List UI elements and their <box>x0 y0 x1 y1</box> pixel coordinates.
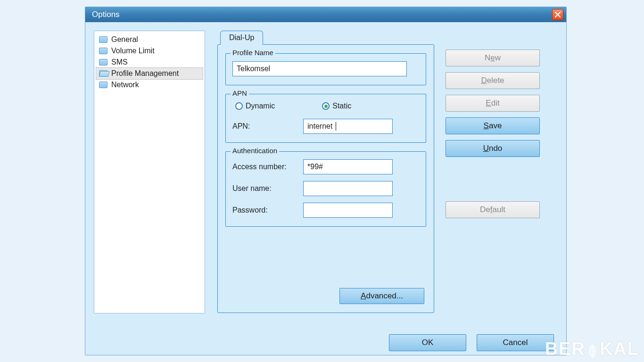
folder-icon <box>99 48 107 54</box>
nav-item-label: Network <box>111 81 139 89</box>
nav-item-label: General <box>111 35 138 44</box>
folder-icon <box>99 59 107 66</box>
legend-authentication: Authentication <box>231 147 279 155</box>
group-apn: APN Dynamic Static AP <box>225 94 426 143</box>
group-profile-name: Profile Name <box>225 53 426 85</box>
legend-profile-name: Profile Name <box>231 49 275 57</box>
radio-static[interactable]: Static <box>322 102 351 110</box>
nav-item-label: SMS <box>111 58 128 66</box>
password-input[interactable] <box>303 203 393 218</box>
legend-apn: APN <box>231 89 249 97</box>
folder-icon <box>99 82 107 88</box>
window-title: Options <box>92 10 120 19</box>
edit-button[interactable]: Edit <box>446 95 540 112</box>
user-name-input[interactable] <box>303 181 393 196</box>
ok-button[interactable]: OK <box>389 334 466 351</box>
titlebar: Options <box>85 7 566 22</box>
options-dialog: Options General Volume Limit SMS Profile… <box>85 7 567 355</box>
tab-dial-up[interactable]: Dial-Up <box>220 31 263 45</box>
radio-dynamic[interactable]: Dynamic <box>235 102 275 110</box>
group-authentication: Authentication Access number: User name:… <box>225 151 426 227</box>
radio-label: Static <box>332 102 351 110</box>
access-number-input[interactable] <box>303 159 393 174</box>
nav-item-label: Profile Management <box>111 69 179 78</box>
advanced-button[interactable]: Advanced... <box>339 288 424 304</box>
access-number-label: Access number: <box>232 163 303 171</box>
tab-label: Dial-Up <box>229 33 254 42</box>
save-button[interactable]: Save <box>446 117 540 134</box>
delete-button[interactable]: Delete <box>446 72 540 89</box>
nav-item-volume-limit[interactable]: Volume Limit <box>96 45 203 57</box>
nav-item-profile-management[interactable]: Profile Management <box>96 67 203 80</box>
folder-icon <box>99 36 107 43</box>
side-button-column: New Delete Edit Save Undo Default <box>446 31 540 355</box>
undo-button[interactable]: Undo <box>446 140 540 157</box>
nav-item-general[interactable]: General <box>96 34 203 45</box>
nav-panel: General Volume Limit SMS Profile Managem… <box>94 31 205 313</box>
dialog-client: General Volume Limit SMS Profile Managem… <box>85 22 566 355</box>
radio-checked-icon <box>322 102 330 110</box>
watermark: BER KAL <box>545 339 639 359</box>
nav-item-sms[interactable]: SMS <box>96 57 203 68</box>
main-area: Dial-Up Profile Name APN Dynamic <box>205 31 558 355</box>
apn-label: APN: <box>232 122 303 131</box>
close-icon <box>555 12 561 17</box>
nav-item-network[interactable]: Network <box>96 79 203 90</box>
default-button[interactable]: Default <box>446 201 540 218</box>
nav-item-label: Volume Limit <box>111 47 155 55</box>
password-label: Password: <box>232 206 303 214</box>
close-button[interactable] <box>552 9 563 20</box>
tab-body: Profile Name APN Dynamic Sta <box>217 44 434 313</box>
radio-icon <box>235 102 243 110</box>
user-name-label: User name: <box>232 184 303 193</box>
dialog-bottom-bar: OK Cancel <box>389 334 554 351</box>
profile-name-input[interactable] <box>232 61 407 76</box>
radio-label: Dynamic <box>246 102 275 110</box>
apn-input[interactable] <box>303 119 393 134</box>
tab-container: Dial-Up Profile Name APN Dynamic <box>217 31 434 355</box>
cancel-button[interactable]: Cancel <box>477 334 554 351</box>
apn-radio-row: Dynamic Static <box>232 102 419 110</box>
new-button[interactable]: New <box>446 49 540 66</box>
folder-open-icon <box>99 70 107 77</box>
leaf-icon <box>586 342 599 356</box>
